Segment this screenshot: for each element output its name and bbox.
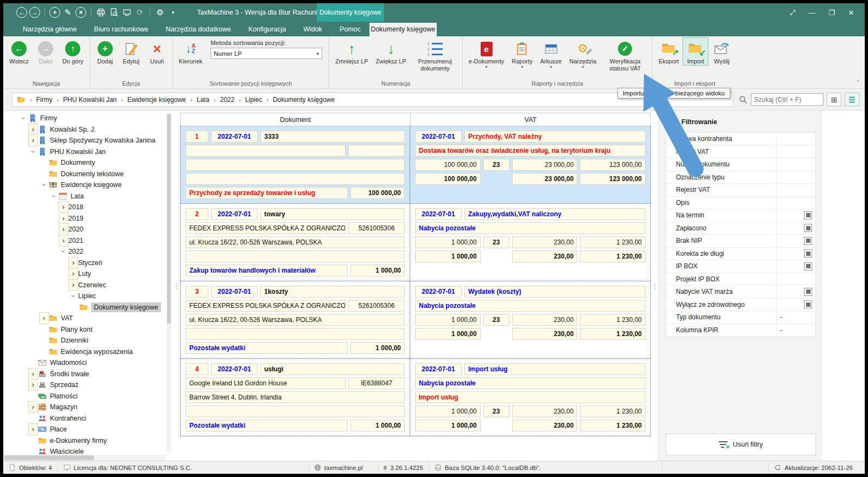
expander-icon[interactable] [68,257,78,269]
doc-category-cell[interactable]: Pozostałe wydatki [186,420,348,431]
tree-item-firmy[interactable]: Firmy [3,113,173,124]
doc-date-cell[interactable]: 2022-07-01 [211,286,258,298]
weryfikacja-vat-button[interactable]: ✓Weryfikacja statusu VAT [600,37,650,72]
doc-nip-cell[interactable]: 5261005306 [348,300,405,312]
doc-amount-cell[interactable]: 1 000,00 [350,420,405,431]
doc-number-cell[interactable]: 2 [186,208,208,220]
doc-amount-cell[interactable]: 100 000,00 [350,187,405,199]
doc-date-cell[interactable]: 2022-07-01 [211,208,258,220]
tab-pomoc[interactable]: Pomoc [331,23,369,36]
expander-icon[interactable] [59,248,68,255]
expander-icon[interactable] [28,368,38,380]
tab-narzedzia-glowne[interactable]: Narzędzia główne [14,23,85,36]
tab-dokumenty-ksiegowe[interactable]: Dokumenty księgowe [369,23,437,36]
vat-date-cell[interactable]: 2022-07-01 [415,208,462,220]
fullscreen-button[interactable]: ⤢ [783,5,802,20]
tree-item-plany-kont[interactable]: Plany kont [3,324,173,336]
doc-amount-cell[interactable]: 1 000,00 [350,342,405,354]
tree-item-year[interactable]: 2018 [3,202,173,213]
przenumeruj-button[interactable]: 123Przenumeruj dokumenty [410,37,460,72]
tree-item-kontrahenci[interactable]: Kontrahenci [3,413,173,424]
filter-text-field[interactable] [776,158,815,171]
vat-brutto-cell[interactable]: 1 230,00 [580,405,646,417]
checkbox-indeterminate[interactable] [804,224,812,232]
tree-item-ewidencja-wyposazenia[interactable]: Ewidencja wyposażenia [3,346,173,358]
expander-icon[interactable] [18,114,28,122]
tree-item-company[interactable]: Kowalski Sp. J. [3,124,173,136]
grid-view-button[interactable]: ⊞ [827,93,841,106]
expander-icon[interactable] [49,192,59,200]
vat-extra-cell[interactable]: Import usług [415,391,646,403]
vat-amount-cell[interactable]: 23 000,00 [512,159,578,171]
vat-brutto-cell[interactable]: 1 230,00 [580,236,646,248]
expander-icon[interactable] [28,134,38,146]
doc-amount-cell[interactable]: 1 000,00 [350,265,405,276]
tree-item-wiadomosci[interactable]: Wiadomości [3,357,173,369]
doc-nip-cell[interactable]: 5261005306 [348,222,405,234]
breadcrumb-item[interactable]: PHU Kowalski Jan [63,96,117,104]
expander-icon[interactable] [59,235,68,247]
expander-icon[interactable] [59,212,68,224]
vat-title-cell[interactable]: Wydatek (koszty) [464,286,646,298]
vat-brutto-cell[interactable]: 1 230,00 [580,314,646,326]
qat-back-icon[interactable]: ← [16,7,27,18]
import-button[interactable]: ↙Import [682,37,709,66]
breadcrumb-item[interactable]: Lipiec [245,96,262,104]
filter-text-field[interactable] [776,133,815,145]
doc-number-cell[interactable]: 4 [186,363,208,375]
tree-vertical-scrollbar[interactable] [167,114,171,452]
expander-icon[interactable] [68,268,78,280]
doc-number-cell[interactable]: 1 [186,131,208,143]
right-splitter-handle[interactable]: ⋮ [651,111,659,461]
doc-contractor-cell[interactable]: FEDEX EXPRESS POLSKA SPÓŁKA Z OGRANICZON… [186,300,346,312]
tree-item-year[interactable]: 2020 [3,224,173,235]
raporty-button[interactable]: Raporty▾ [508,37,537,70]
vat-register-cell[interactable]: Nabycia pozostałe [415,300,646,312]
doc-desc-cell[interactable]: towary [260,208,405,220]
breadcrumb-item[interactable]: Lata [196,96,209,104]
left-splitter-handle[interactable]: ⋮ [173,111,180,461]
vat-rate-cell[interactable]: 23 [483,159,509,171]
filter-text-field[interactable] [776,171,815,184]
tree-item-magazyn[interactable]: Magazyn [3,402,173,413]
zmniejsz-lp-button[interactable]: ↑Zmniejsz LP [331,37,372,66]
tree-item-year[interactable]: 2021 [3,235,173,247]
tab-narzedzia-dodatkowe[interactable]: Narzędzia dodatkowe [157,23,239,36]
filter-value[interactable]: - [780,313,782,321]
doc-address-cell[interactable]: ul. Krucza 16/22, 00-526 Warszawa, POLSK… [186,314,405,326]
expander-icon[interactable] [68,279,78,291]
document-row-4[interactable]: 42022-07-01usługi Google Ireland Ltd Gor… [181,358,650,436]
tree-item-month[interactable]: Styczeń [3,257,173,269]
maximize-button[interactable]: ❐ [822,5,841,20]
doc-desc-cell[interactable]: 3333 [260,131,405,143]
doc-empty-cell[interactable] [186,173,405,185]
doc-date-cell[interactable]: 2022-07-01 [211,131,258,143]
tree-item-sprzedaz[interactable]: Sprzedaż [3,379,173,391]
qat-device-icon[interactable] [122,7,132,18]
doc-empty-cell[interactable] [186,405,405,417]
qat-add-icon[interactable]: + [49,7,60,18]
edytuj-button[interactable]: Edytuj [118,37,144,66]
tree-item-year[interactable]: 2019 [3,213,173,224]
expander-icon[interactable] [59,223,68,235]
tree-item-dokumenty[interactable]: Dokumenty [3,157,173,169]
vat-netto-cell[interactable]: 1 000,00 [415,405,481,417]
tree-item-company[interactable]: PHU Kowalski Jan [3,146,173,158]
vat-netto-cell[interactable]: 1 000,00 [415,314,481,326]
eksport-button[interactable]: ↗Eksport [655,37,682,66]
vat-register-cell[interactable]: Nabycia pozostałe [415,222,646,234]
dalej-button[interactable]: →Dalej [33,37,59,66]
qat-print-icon[interactable] [95,7,106,18]
tree-item-lata[interactable]: Lata [3,191,173,202]
expander-icon[interactable] [28,148,38,156]
doc-date-cell[interactable]: 2022-07-01 [211,363,258,375]
do-gory-button[interactable]: ↑Do góry [59,37,87,66]
ribbon-collapse-icon[interactable]: ⌃ [856,80,860,85]
vat-brutto-cell[interactable]: 123 000,00 [580,159,646,171]
doc-category-cell[interactable]: Pozostałe wydatki [186,342,348,354]
expander-icon[interactable] [28,379,38,391]
filter-view-button[interactable]: ☰ [845,93,859,106]
doc-category-cell[interactable]: Zakup towarów handlowych i materiałów [186,265,348,276]
expander-icon[interactable] [28,124,38,136]
vat-rate-cell[interactable]: 23 [483,314,509,326]
